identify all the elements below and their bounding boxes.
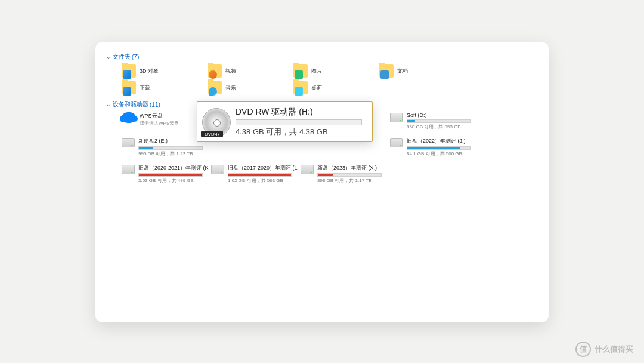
cloud-icon xyxy=(122,112,136,123)
folder-icon xyxy=(208,81,222,94)
folder-label: 桌面 xyxy=(311,84,322,92)
drive-stats: 1.02 GB 可用，共 563 GB xyxy=(228,177,298,184)
capacity-bar xyxy=(236,119,362,125)
disc-badge: DVD-R xyxy=(201,131,223,137)
folder-music[interactable]: 音乐 xyxy=(208,81,291,94)
drive-title: 旧盘（2017-2020）年测评 (L:) xyxy=(228,164,298,172)
drive-old2022-j[interactable]: 旧盘（2022）年测评 (J:) 84.1 GB 可用，共 500 GB xyxy=(390,137,477,157)
capacity-bar xyxy=(407,119,471,123)
watermark-icon: 值 xyxy=(575,342,591,357)
watermark: 值 什么值得买 xyxy=(575,342,633,357)
folder-label: 文档 xyxy=(397,67,408,75)
capacity-bar xyxy=(138,146,203,150)
chevron-down-icon: ⌄ xyxy=(106,101,111,107)
hdd-icon xyxy=(390,113,403,122)
drive-stats: 995 GB 可用，共 1.23 TB xyxy=(138,150,209,157)
drive-title: 新盘（2023）年测评 (X:) xyxy=(317,164,388,172)
drives-section-count: (11) xyxy=(150,101,160,108)
drive-stats: 3.03 GB 可用，共 499 GB xyxy=(138,177,209,184)
drive-new2-e[interactable]: 新硬盘2 (E:) 995 GB 可用，共 1.23 TB xyxy=(122,137,209,157)
drive-stats: 84.1 GB 可用，共 500 GB xyxy=(407,150,477,157)
folder-icon xyxy=(208,64,222,78)
folder-icon xyxy=(122,64,136,78)
capacity-bar xyxy=(407,146,471,150)
folder-videos[interactable]: 视频 xyxy=(208,64,291,78)
hdd-icon xyxy=(122,138,135,147)
folder-label: 3D 对象 xyxy=(140,67,159,75)
drive-stats: 4.38 GB 可用，共 4.38 GB xyxy=(236,127,366,137)
folders-section-label: 文件夹 xyxy=(113,53,131,61)
folder-icon xyxy=(122,81,136,94)
drive-title: 旧盘（2022）年测评 (J:) xyxy=(407,137,477,145)
hdd-icon xyxy=(122,165,135,174)
drive-old2021-k[interactable]: 旧盘（2020-2021）年测评 (K:) 3.03 GB 可用，共 499 G… xyxy=(122,164,209,184)
folder-label: 图片 xyxy=(311,67,322,75)
hdd-icon xyxy=(301,165,314,174)
watermark-text: 什么值得买 xyxy=(595,344,633,355)
chevron-down-icon: ⌄ xyxy=(106,54,111,60)
drive-title: DVD RW 驱动器 (H:) xyxy=(236,107,366,118)
capacity-bar xyxy=(138,173,203,177)
drives-section-label: 设备和驱动器 xyxy=(113,100,148,109)
drive-stats: 850 GB 可用，共 953 GB xyxy=(407,124,477,130)
folder-label: 下载 xyxy=(140,84,150,92)
capacity-bar xyxy=(317,173,382,177)
hdd-icon xyxy=(390,138,403,147)
capacity-bar xyxy=(228,173,292,177)
folder-label: 音乐 xyxy=(225,84,236,92)
drive-dvd-h-tooltip[interactable]: DVD-R DVD RW 驱动器 (H:) 4.38 GB 可用，共 4.38 … xyxy=(197,101,373,142)
folder-icon xyxy=(379,64,394,78)
drive-soft-d[interactable]: Soft (D:) 850 GB 可用，共 953 GB xyxy=(390,112,477,130)
folder-3d-objects[interactable]: 3D 对象 xyxy=(122,64,205,78)
drive-wps-cloud[interactable]: WPS云盘 双击进入WPS云盘 xyxy=(122,112,209,127)
drive-title: 旧盘（2020-2021）年测评 (K:) xyxy=(138,164,209,172)
folder-downloads[interactable]: 下载 xyxy=(122,81,205,94)
folder-desktop[interactable]: 桌面 xyxy=(293,81,377,94)
drive-old1720-l[interactable]: 旧盘（2017-2020）年测评 (L:) 1.02 GB 可用，共 563 G… xyxy=(211,164,298,184)
folders-section-count: (7) xyxy=(132,54,139,60)
explorer-window: ⌄ 文件夹 (7) 3D 对象 视频 图片 文档 下载 音乐 xyxy=(95,42,549,322)
folders-grid: 3D 对象 视频 图片 文档 下载 音乐 桌面 xyxy=(122,64,538,94)
drive-stats: 898 GB 可用，共 1.17 TB xyxy=(317,177,388,184)
folder-icon xyxy=(293,81,308,94)
folder-pictures[interactable]: 图片 xyxy=(293,64,377,78)
hdd-icon xyxy=(211,165,224,174)
drive-new23-x[interactable]: 新盘（2023）年测评 (X:) 898 GB 可用，共 1.17 TB xyxy=(301,164,388,184)
folder-documents[interactable]: 文档 xyxy=(379,64,463,78)
folders-section-header[interactable]: ⌄ 文件夹 (7) xyxy=(106,53,538,61)
folder-label: 视频 xyxy=(225,67,236,75)
folder-icon xyxy=(293,64,308,78)
drive-title: Soft (D:) xyxy=(407,112,477,118)
